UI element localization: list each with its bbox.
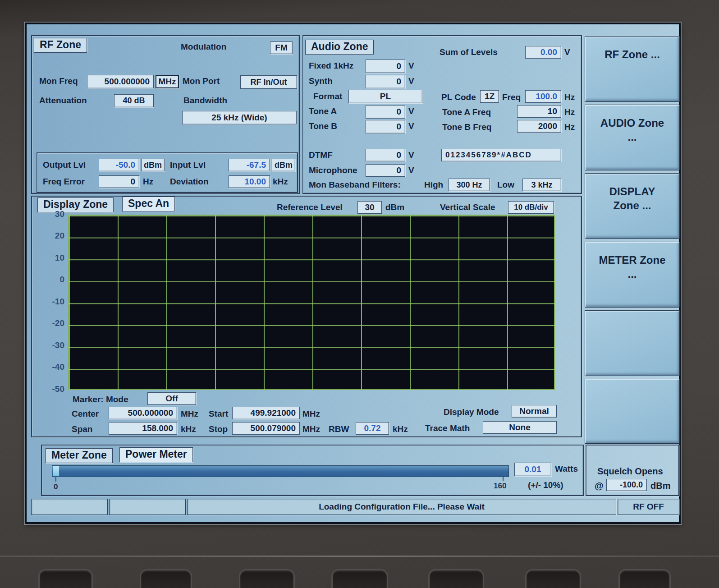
- soft-key-7[interactable]: [618, 569, 671, 588]
- sidebar-button-label: DISPLAY: [609, 184, 655, 198]
- display-mode-selector[interactable]: Spec An: [122, 197, 175, 211]
- trace-math-value[interactable]: None: [483, 421, 557, 434]
- rbw-label: RBW: [329, 425, 349, 434]
- start-label: Start: [209, 409, 228, 419]
- soft-key-3[interactable]: [239, 569, 295, 588]
- meter-zone-title: Meter Zone: [46, 448, 113, 463]
- pl-freq-value[interactable]: 100.0: [525, 90, 561, 103]
- soft-key-2[interactable]: [140, 569, 192, 588]
- input-lvl-value[interactable]: -67.5: [229, 159, 270, 171]
- format-label: Format: [313, 92, 342, 101]
- mon-port-label: Mon Port: [183, 77, 220, 86]
- status-cell-1: [31, 499, 108, 515]
- tone-a-freq-value[interactable]: 10: [517, 105, 561, 118]
- y-tick-10: 10: [39, 253, 64, 263]
- attenuation-label: Attenuation: [39, 96, 87, 106]
- power-value[interactable]: 0.01: [514, 463, 551, 476]
- sidebar-button-blank-2[interactable]: [585, 379, 680, 444]
- y-tick-20: 20: [39, 231, 64, 241]
- display-mode-label: Display Mode: [444, 408, 499, 417]
- sidebar-button-blank-1[interactable]: [585, 310, 680, 376]
- attenuation-value[interactable]: 40 dB: [114, 94, 154, 107]
- modulation-value[interactable]: FM: [270, 41, 293, 54]
- meter-tick-160: [503, 476, 504, 481]
- stop-value[interactable]: 500.079000: [232, 422, 300, 435]
- freq-error-value[interactable]: 0: [99, 175, 139, 188]
- bandwidth-value[interactable]: 25 kHz (Wide): [182, 111, 297, 124]
- rf-levels-subpanel: Output Lvl -50.0 dBm Input Lvl -67.5 dBm…: [37, 152, 298, 193]
- fixed-1khz-label: Fixed 1kHz: [309, 61, 353, 71]
- meter-tolerance: (+/- 10%): [528, 481, 563, 490]
- meter-tick-0: [55, 477, 56, 482]
- synth-unit: V: [408, 77, 414, 86]
- sidebar-button-label2: Zone ...: [614, 198, 651, 212]
- pl-freq-unit: Hz: [564, 93, 575, 102]
- status-cell-2: [109, 499, 186, 515]
- marker-mode-label: Marker: Mode: [73, 395, 128, 404]
- spectrum-plot: [68, 215, 555, 390]
- tone-a-freq-label: Tone A Freq: [442, 108, 491, 117]
- y-tick-n20: -20: [39, 318, 64, 328]
- stop-label: Stop: [209, 425, 228, 434]
- freq-error-label: Freq Error: [43, 177, 85, 187]
- input-lvl-unit-button[interactable]: dBm: [272, 159, 295, 171]
- span-value[interactable]: 158.000: [109, 422, 177, 435]
- sum-of-levels-value[interactable]: 0.00: [525, 46, 561, 59]
- meter-mode-selector[interactable]: Power Meter: [119, 447, 193, 462]
- filter-low-value[interactable]: 3 kHz: [522, 179, 561, 191]
- sidebar-button-label2: ...: [627, 267, 637, 281]
- audio-zone-title: Audio Zone: [305, 40, 374, 55]
- start-value[interactable]: 499.921000: [232, 407, 300, 419]
- status-message: Loading Configuration File... Please Wai…: [187, 499, 616, 515]
- fixed-1khz-unit: V: [408, 61, 414, 71]
- device-front: RF Zone Modulation FM Mon Freq 500.00000…: [0, 0, 719, 588]
- reference-level-value[interactable]: 30: [357, 201, 382, 214]
- y-tick-n10: -10: [39, 297, 64, 307]
- filter-high-label: High: [424, 180, 443, 190]
- tone-b-freq-label: Tone B Freq: [442, 123, 491, 132]
- output-lvl-unit-button[interactable]: dBm: [141, 159, 165, 171]
- sidebar-button-meter-zone[interactable]: METER Zone ...: [585, 242, 680, 308]
- synth-value[interactable]: 0: [366, 75, 405, 88]
- marker-mode-value[interactable]: Off: [147, 392, 196, 405]
- soft-key-1[interactable]: [38, 569, 93, 588]
- tone-a-value[interactable]: 0: [366, 105, 405, 119]
- soft-key-6[interactable]: [525, 569, 581, 588]
- microphone-value[interactable]: 0: [366, 164, 405, 177]
- display-mode-value[interactable]: Normal: [512, 405, 557, 418]
- vertical-scale-value[interactable]: 10 dB/div: [508, 201, 554, 214]
- dtmf-sequence[interactable]: 0123456789*#ABCD: [441, 149, 561, 161]
- vertical-scale-label: Vertical Scale: [440, 203, 495, 212]
- tone-b-freq-value[interactable]: 2000: [517, 120, 561, 133]
- center-value[interactable]: 500.000000: [109, 407, 177, 419]
- dtmf-label: DTMF: [309, 151, 333, 160]
- mon-freq-value[interactable]: 500.000000: [87, 75, 154, 88]
- fixed-1khz-value[interactable]: 0: [366, 60, 405, 73]
- bandwidth-label: Bandwidth: [183, 96, 227, 106]
- sidebar-button-audio-zone[interactable]: AUDIO Zone ...: [585, 105, 680, 170]
- rbw-value[interactable]: 0.72: [356, 422, 389, 435]
- squelch-value[interactable]: -100.0: [606, 479, 647, 491]
- mon-port-value[interactable]: RF In/Out: [240, 75, 297, 89]
- output-lvl-value[interactable]: -50.0: [99, 159, 139, 171]
- soft-key-4[interactable]: [331, 569, 388, 588]
- sidebar-button-display-zone[interactable]: DISPLAY Zone ...: [585, 173, 680, 239]
- start-unit: MHz: [302, 409, 320, 419]
- meter-zone-panel: Meter Zone Power Meter 0.01 Watts 0 160 …: [41, 445, 584, 496]
- pl-code-value[interactable]: 1Z: [480, 90, 499, 103]
- pl-freq-label: Freq: [502, 93, 521, 102]
- instrument-screen: RF Zone Modulation FM Mon Freq 500.00000…: [25, 23, 681, 524]
- tone-b-value[interactable]: 0: [366, 120, 405, 133]
- soft-key-5[interactable]: [428, 569, 484, 588]
- rbw-unit: kHz: [393, 425, 408, 434]
- filter-high-value[interactable]: 300 Hz: [449, 179, 490, 191]
- squelch-panel: Squelch Opens @ -100.0 dBm: [586, 445, 679, 496]
- dtmf-value[interactable]: 0: [366, 149, 405, 161]
- mon-freq-unit-button[interactable]: MHz: [156, 75, 179, 88]
- y-tick-n50: -50: [39, 384, 64, 394]
- stop-unit: MHz: [302, 425, 320, 434]
- sidebar-button-rf-zone[interactable]: RF Zone ...: [585, 36, 680, 102]
- deviation-value[interactable]: 10.00: [229, 175, 270, 188]
- format-value[interactable]: PL: [348, 90, 422, 103]
- modulation-label: Modulation: [181, 42, 226, 52]
